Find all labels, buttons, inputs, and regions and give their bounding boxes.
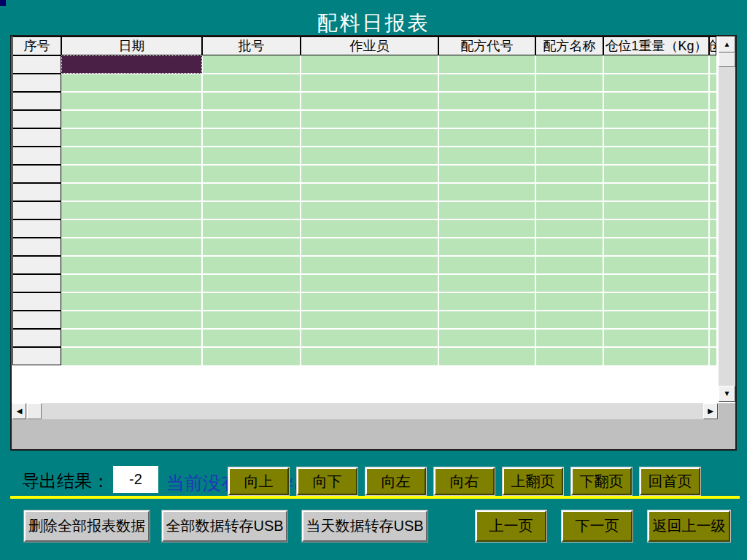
- hmi-screen: 配料日报表 ▲ ▼ ◀ ▶ 序号日期批号作业员配方代号配方名称仓位1重量（Kg）…: [0, 0, 747, 560]
- table-row-index-cell[interactable]: [12, 274, 61, 292]
- vertical-scroll-thumb[interactable]: [719, 52, 735, 67]
- export-result-value: -2: [113, 466, 158, 493]
- export-result-label: 导出结果：: [22, 470, 109, 493]
- divider-line: [10, 496, 740, 499]
- table-row-index-cell[interactable]: [12, 92, 61, 110]
- page-up-button[interactable]: 上翻页: [503, 467, 563, 495]
- grid-column-line: [300, 55, 301, 365]
- scroll-left-button[interactable]: ◀: [12, 403, 26, 419]
- grid-row-line: [61, 292, 716, 293]
- table-row-index-cell[interactable]: [12, 74, 61, 92]
- prev-page-button[interactable]: 上一页: [476, 510, 546, 542]
- table-row-index-cell[interactable]: [12, 128, 61, 147]
- table-row-index-cell[interactable]: [12, 238, 61, 256]
- grid-row-line: [61, 182, 716, 184]
- next-page-button[interactable]: 下一页: [562, 510, 632, 542]
- grid-row-line: [61, 328, 716, 330]
- table-grid[interactable]: [61, 55, 716, 365]
- move-right-button[interactable]: 向右: [434, 467, 495, 495]
- grid-row-line: [61, 146, 716, 147]
- grid-column-line: [438, 55, 439, 365]
- table-row-index-cell[interactable]: [12, 311, 61, 329]
- corner-artifact: [0, 0, 6, 6]
- report-table-panel: ▲ ▼ ◀ ▶ 序号日期批号作业员配方代号配方名称仓位1重量（Kg）仓: [10, 35, 737, 451]
- grid-row-line: [61, 109, 716, 111]
- arrow-down-icon: ▼: [724, 390, 731, 397]
- grid-row-line: [61, 310, 716, 311]
- scroll-up-button[interactable]: ▲: [719, 36, 735, 52]
- page-down-button[interactable]: 下翻页: [571, 467, 632, 495]
- table-column-header: 日期: [61, 36, 202, 55]
- vertical-scrollbar[interactable]: [719, 36, 735, 402]
- table-row-index-cell[interactable]: [12, 292, 61, 311]
- grid-row-line: [61, 164, 716, 166]
- page-title: 配料日报表: [0, 9, 747, 37]
- table-row-index-cell[interactable]: [12, 256, 61, 274]
- delete-all-report-data-button[interactable]: 删除全部报表数据: [24, 510, 150, 542]
- scroll-down-button[interactable]: ▼: [719, 386, 735, 402]
- export-all-data-usb-button[interactable]: 全部数据转存USB: [162, 510, 287, 542]
- table-row-index-cell[interactable]: [12, 183, 61, 201]
- horizontal-scrollbar[interactable]: [12, 403, 719, 419]
- scroll-right-button[interactable]: ▶: [703, 403, 718, 419]
- table-column-header: 作业员: [301, 36, 438, 55]
- grid-row-line: [61, 91, 716, 93]
- grid-row-line: [61, 128, 716, 129]
- horizontal-scroll-thumb[interactable]: [27, 403, 42, 419]
- grid-column-line: [603, 55, 604, 365]
- export-result-number: -2: [129, 471, 142, 488]
- table-row-index-cell[interactable]: [12, 329, 61, 347]
- arrow-right-icon: ▶: [708, 408, 713, 415]
- arrow-up-icon: ▲: [724, 41, 731, 48]
- table-column-header: 配方名称: [535, 36, 603, 55]
- table-row-index-cell[interactable]: [12, 55, 61, 74]
- selected-cell[interactable]: [61, 55, 202, 74]
- grid-row-line: [61, 255, 716, 257]
- grid-row-line: [61, 346, 716, 348]
- move-left-button[interactable]: 向左: [365, 467, 426, 495]
- table-row-index-cell[interactable]: [12, 347, 61, 365]
- grid-row-line: [61, 237, 716, 238]
- table-row-index-cell[interactable]: [12, 201, 61, 219]
- move-up-button[interactable]: 向上: [228, 467, 289, 495]
- table-row-index-cell[interactable]: [12, 165, 61, 183]
- grid-row-line: [61, 219, 716, 220]
- back-button[interactable]: 返回上一级: [648, 510, 730, 542]
- table-row-index-cell[interactable]: [12, 147, 61, 165]
- grid-column-line: [535, 55, 536, 365]
- table-column-header: 序号: [12, 36, 61, 55]
- table-column-header: 批号: [202, 36, 301, 55]
- grid-column-line: [201, 55, 203, 365]
- arrow-left-icon: ◀: [17, 408, 23, 415]
- table-column-header: 仓: [709, 36, 716, 55]
- table-column-header: 配方代号: [438, 36, 535, 55]
- home-page-button[interactable]: 回首页: [640, 467, 700, 495]
- grid-row-line: [61, 201, 716, 202]
- export-today-data-usb-button[interactable]: 当天数据转存USB: [302, 510, 427, 542]
- table-row-index-cell[interactable]: [12, 219, 61, 238]
- grid-row-line: [61, 273, 716, 275]
- move-down-button[interactable]: 向下: [297, 467, 357, 495]
- table-column-header: 仓位1重量（Kg）: [603, 36, 709, 55]
- grid-column-line: [708, 55, 710, 365]
- table-row-index-cell[interactable]: [12, 110, 61, 128]
